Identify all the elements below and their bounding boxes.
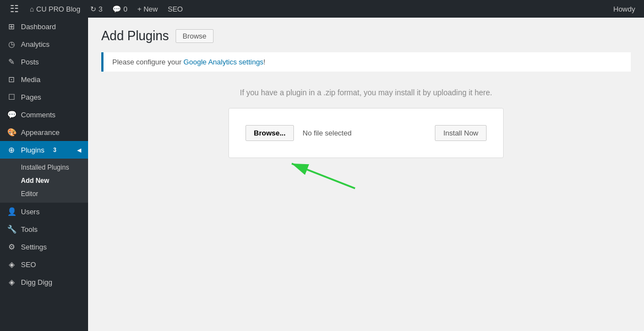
sidebar-item-label: SEO [21, 261, 36, 269]
sidebar-item-seo[interactable]: ◈ SEO [0, 256, 88, 273]
sidebar-item-analytics[interactable]: ◷ Analytics [0, 35, 88, 53]
sidebar-item-label: Media [21, 75, 40, 84]
sidebar-item-label: Comments [21, 111, 56, 119]
admin-bar: ☷ ⌂ CU PRO Blog ↻ 3 💬 0 + New SEO Howdy [0, 0, 644, 18]
seo-link[interactable]: SEO [163, 0, 187, 18]
submenu-editor[interactable]: Editor [0, 187, 88, 200]
upload-description: If you have a plugin in a .zip format, y… [101, 88, 631, 97]
plugins-badge: 3 [50, 146, 60, 154]
notice-suffix: ! [264, 58, 266, 66]
comments-count: 0 [123, 5, 127, 13]
sidebar-item-label: Appearance [21, 128, 59, 137]
sidebar-item-label: Settings [21, 243, 47, 251]
diggdigg-icon: ◈ [7, 278, 17, 286]
sidebar: ⊞ Dashboard ◷ Analytics ✎ Posts ⊡ Media … [0, 18, 88, 331]
browse-button[interactable]: Browse... [245, 125, 294, 141]
appearance-icon: 🎨 [7, 128, 17, 137]
sidebar-item-comments[interactable]: 💬 Comments [0, 106, 88, 123]
page-title: Add Plugins [101, 29, 169, 44]
plugins-submenu: Installed Plugins Add New Editor [0, 159, 88, 203]
analytics-settings-link[interactable]: Google Analytics settings [183, 58, 263, 66]
dashboard-icon: ⊞ [7, 22, 17, 31]
sidebar-item-label: Analytics [21, 40, 50, 48]
comments-icon: 💬 [112, 5, 121, 13]
seo-label: SEO [168, 5, 183, 13]
sidebar-item-label: Posts [21, 58, 39, 66]
users-icon: 👤 [7, 207, 17, 216]
site-link[interactable]: ⌂ CU PRO Blog [25, 0, 85, 18]
comments-icon: 💬 [7, 110, 17, 119]
arrow-annotation [228, 158, 504, 202]
new-label: + New [138, 5, 158, 13]
sidebar-item-pages[interactable]: ☐ Pages [0, 88, 88, 106]
sidebar-item-plugins[interactable]: ⊕ Plugins 3 ◀ [0, 141, 88, 159]
settings-icon: ⚙ [7, 242, 17, 251]
sidebar-item-media[interactable]: ⊡ Media [0, 70, 88, 88]
comments-link[interactable]: 💬 0 [108, 0, 132, 18]
page-header: Add Plugins Browse [101, 29, 631, 44]
sidebar-item-dashboard[interactable]: ⊞ Dashboard [0, 18, 88, 35]
media-icon: ⊡ [7, 75, 17, 84]
browse-tab-button[interactable]: Browse [176, 29, 214, 43]
posts-icon: ✎ [7, 57, 17, 66]
pages-icon: ☐ [7, 93, 17, 101]
chevron-right-icon: ◀ [77, 147, 81, 153]
sidebar-item-settings[interactable]: ⚙ Settings [0, 238, 88, 256]
sidebar-item-label: Plugins [21, 146, 45, 154]
analytics-notice: Please configure your Google Analytics s… [101, 52, 631, 72]
howdy-text: Howdy [613, 5, 635, 13]
wp-logo[interactable]: ☷ [4, 0, 24, 18]
site-name: CU PRO Blog [36, 5, 80, 13]
howdy-link[interactable]: Howdy [609, 0, 640, 18]
home-icon: ⌂ [30, 5, 34, 13]
plugins-icon: ⊕ [7, 145, 17, 154]
updates-link[interactable]: ↻ 3 [86, 0, 107, 18]
new-content-link[interactable]: + New [133, 0, 162, 18]
sidebar-item-label: Tools [21, 225, 37, 234]
tools-icon: 🔧 [7, 225, 17, 234]
sidebar-item-posts[interactable]: ✎ Posts [0, 53, 88, 70]
submenu-add-new[interactable]: Add New [0, 174, 88, 187]
sidebar-item-appearance[interactable]: 🎨 Appearance [0, 123, 88, 141]
updates-icon: ↻ [90, 5, 96, 13]
sidebar-item-label: Dashboard [21, 23, 56, 31]
notice-text: Please configure your [112, 58, 183, 66]
main-content: Add Plugins Browse Please configure your… [88, 18, 644, 331]
analytics-icon: ◷ [7, 40, 17, 48]
sidebar-item-users[interactable]: 👤 Users [0, 203, 88, 220]
sidebar-item-label: Pages [21, 93, 41, 101]
sidebar-item-label: Digg Digg [21, 278, 52, 286]
sidebar-item-tools[interactable]: 🔧 Tools [0, 220, 88, 238]
no-file-label: No file selected [303, 129, 427, 137]
seo-icon: ◈ [7, 260, 17, 269]
submenu-installed-plugins[interactable]: Installed Plugins [0, 161, 88, 174]
install-now-button[interactable]: Install Now [435, 125, 487, 141]
sidebar-item-diggdigg[interactable]: ◈ Digg Digg [0, 273, 88, 291]
sidebar-item-label: Users [21, 208, 40, 216]
updates-count: 3 [99, 5, 102, 13]
green-arrow-icon [261, 142, 361, 191]
svg-line-1 [292, 164, 355, 188]
